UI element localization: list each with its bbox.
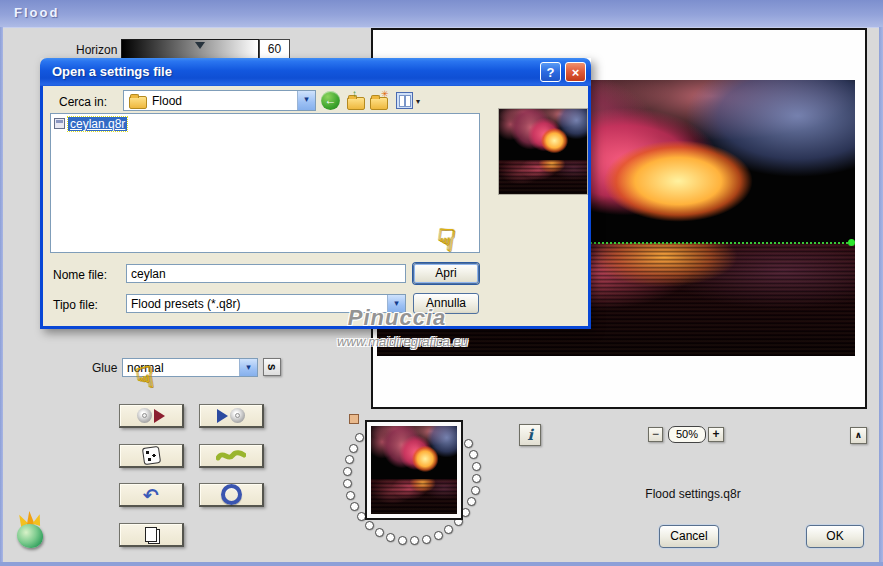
window-border-right xyxy=(879,27,883,563)
file-type-dropdown[interactable]: Flood presets (*.q8r) ▾ xyxy=(126,294,406,313)
ring-dot[interactable] xyxy=(375,528,384,537)
look-in-dropdown[interactable]: Flood ▾ xyxy=(123,90,316,111)
window-titlebar: Flood xyxy=(0,0,883,28)
dialog-preview-thumbnail xyxy=(498,108,588,195)
dialog-cancel-button[interactable]: Annulla xyxy=(413,293,479,314)
seed-button[interactable]: s xyxy=(263,358,281,376)
ring-dot[interactable] xyxy=(345,455,354,464)
ring-dot[interactable] xyxy=(472,474,481,483)
horizon-slider-marker[interactable] xyxy=(195,42,205,49)
view-menu-icon[interactable] xyxy=(396,92,413,109)
folder-icon xyxy=(129,96,147,109)
zoom-in-button[interactable]: + xyxy=(708,427,724,442)
ring-dot[interactable] xyxy=(346,491,355,500)
ring-dot[interactable] xyxy=(434,531,443,540)
look-in-label: Cerca in: xyxy=(59,95,107,109)
squiggle-icon xyxy=(216,449,246,463)
dialog-body: Cerca in: Flood ▾ ← ↑ ✳ xyxy=(40,86,591,329)
ring-dot[interactable] xyxy=(343,479,352,488)
open-settings-dialog: Open a settings file ? × Cerca in: Flood… xyxy=(40,58,591,329)
new-folder-icon[interactable]: ✳ xyxy=(370,91,392,110)
chevron-down-icon[interactable]: ▾ xyxy=(239,359,257,376)
ring-dot[interactable] xyxy=(469,450,478,459)
info-button[interactable]: i xyxy=(519,424,541,446)
dialog-titlebar[interactable]: Open a settings file ? × xyxy=(40,58,591,86)
ring-dot[interactable] xyxy=(386,533,395,542)
flood-plugin-window: Flood Horizon 60 Open a settings file ? … xyxy=(0,0,883,566)
reset-button[interactable] xyxy=(199,483,264,507)
ring-icon xyxy=(221,484,242,505)
view-menu-caret-icon[interactable]: ▾ xyxy=(416,97,420,106)
ring-dot[interactable] xyxy=(343,467,352,476)
close-icon[interactable]: × xyxy=(565,62,586,82)
dialog-toolbar: ← ↑ ✳ ▾ xyxy=(321,91,441,113)
horizon-value-field[interactable]: 60 xyxy=(259,39,290,59)
horizon-label: Horizon xyxy=(76,43,117,57)
ok-button[interactable]: OK xyxy=(806,525,864,548)
glue-dropdown[interactable]: normal ▾ xyxy=(122,358,258,377)
file-name[interactable]: ceylan.q8r xyxy=(68,117,127,131)
undo-button[interactable]: ↶ xyxy=(119,483,184,507)
dialog-title: Open a settings file xyxy=(52,64,172,79)
wave-presets-button[interactable] xyxy=(199,444,264,468)
file-type-label: Tipo file: xyxy=(53,298,98,312)
undo-arrow-icon: ↶ xyxy=(143,488,159,502)
ring-dot[interactable] xyxy=(472,462,481,471)
window-title: Flood xyxy=(14,5,59,20)
ring-dot[interactable] xyxy=(398,536,407,545)
load-settings-button[interactable] xyxy=(119,404,184,428)
ring-dot[interactable] xyxy=(410,536,419,545)
cancel-button[interactable]: Cancel xyxy=(659,525,719,548)
zoom-level-value: 50% xyxy=(668,426,706,443)
copy-settings-button[interactable] xyxy=(119,523,184,547)
back-icon[interactable]: ← xyxy=(321,91,340,110)
glue-label: Glue xyxy=(92,361,117,375)
file-type-value: Flood presets (*.q8r) xyxy=(131,297,240,311)
horizon-guide-handle[interactable] xyxy=(848,239,855,246)
help-button[interactable]: ? xyxy=(540,62,561,82)
open-button[interactable]: Apri xyxy=(413,263,479,284)
pages-icon xyxy=(145,527,157,542)
window-border-bottom xyxy=(0,562,883,566)
ring-dot[interactable] xyxy=(422,535,431,544)
settings-file-icon xyxy=(54,118,65,129)
flaming-pear-logo-icon[interactable] xyxy=(14,516,50,552)
save-settings-button[interactable] xyxy=(199,404,264,428)
window-border-left xyxy=(0,27,3,563)
ring-dot[interactable] xyxy=(467,497,476,506)
ring-dot[interactable] xyxy=(355,433,364,442)
randomize-button[interactable] xyxy=(119,444,184,468)
file-list[interactable]: ceylan.q8r xyxy=(50,113,480,253)
chevron-down-icon[interactable]: ▾ xyxy=(297,91,315,110)
ring-dot[interactable] xyxy=(464,439,473,448)
horizon-gradient-slider[interactable] xyxy=(121,39,259,60)
play-right-icon xyxy=(217,409,228,423)
disc-icon xyxy=(230,408,245,423)
up-one-level-icon[interactable]: ↑ xyxy=(346,91,366,110)
current-settings-file-label: Flood settings.q8r xyxy=(627,487,759,501)
zoom-out-button[interactable]: − xyxy=(648,427,663,442)
glue-value: normal xyxy=(127,361,164,375)
dice-icon xyxy=(141,446,160,465)
ring-dot[interactable] xyxy=(365,521,374,530)
file-name-label: Nome file: xyxy=(53,268,107,282)
look-in-value: Flood xyxy=(152,94,182,108)
disc-icon xyxy=(137,408,152,423)
ring-dot[interactable] xyxy=(471,486,480,495)
collapse-button[interactable]: ∧ xyxy=(850,427,867,444)
ring-handle-square[interactable] xyxy=(349,414,359,424)
settings-thumbnail[interactable] xyxy=(365,420,463,520)
ring-dot[interactable] xyxy=(444,525,453,534)
chevron-down-icon[interactable]: ▾ xyxy=(387,295,405,312)
ring-dot[interactable] xyxy=(350,502,359,511)
play-right-icon xyxy=(154,409,165,423)
ring-dot[interactable] xyxy=(349,444,358,453)
file-name-input[interactable] xyxy=(126,264,406,283)
